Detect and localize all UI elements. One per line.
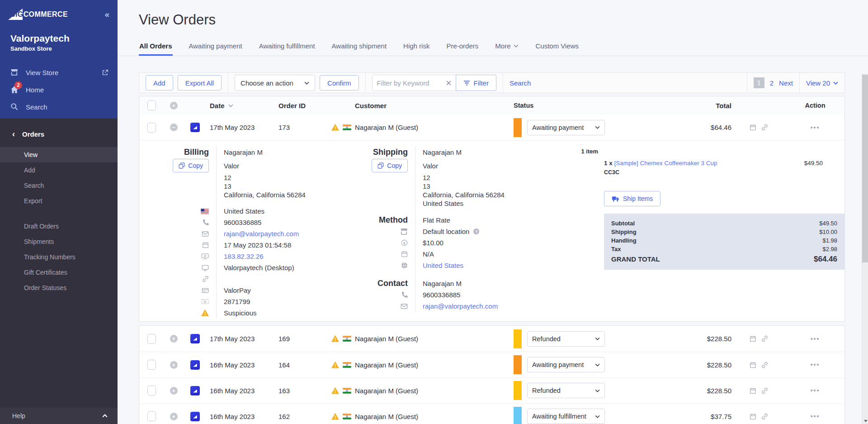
add-order-button[interactable]: Add (146, 75, 173, 91)
status-select[interactable]: Awaiting payment (527, 120, 605, 135)
sidebar-item-search[interactable]: Search (10, 98, 108, 115)
detail-value[interactable]: rajan@valorpaytech.com (224, 230, 299, 238)
select-all-checkbox[interactable] (147, 100, 156, 110)
chevron-down-icon (595, 126, 600, 129)
tab-awaiting-fulfillment[interactable]: Awaiting fulfillment (259, 38, 316, 56)
chain-icon[interactable] (761, 362, 768, 368)
status-select[interactable]: Awaiting payment (527, 357, 605, 372)
tab-label: More (495, 42, 510, 50)
view-count-select[interactable]: View 20 (806, 79, 838, 87)
detail-value[interactable]: 183.82.32.26 (224, 252, 264, 260)
expand-row-icon[interactable] (170, 361, 178, 369)
tab-pre-orders[interactable]: Pre-orders (446, 38, 479, 56)
confirm-button[interactable]: Confirm (320, 75, 359, 91)
orders-section-header[interactable]: ‹ Orders (0, 129, 118, 139)
billing-copy-button[interactable]: Copy (173, 159, 209, 172)
sidebar-item-add[interactable]: Add (0, 162, 118, 178)
order-total: $64.46 (682, 124, 731, 131)
storefront-icon (400, 228, 408, 235)
scrollbar-down-arrow[interactable] (864, 420, 868, 422)
more-actions-button[interactable]: ••• (811, 361, 820, 368)
brand-row: BIGCOMMERCE « (8, 8, 108, 20)
sidebar-item-gift-certificates[interactable]: Gift Certificates (0, 265, 118, 280)
more-actions-button[interactable]: ••• (811, 387, 820, 394)
chain-icon[interactable] (761, 413, 768, 420)
sidebar-item-export[interactable]: Export (0, 193, 118, 209)
copy-icon (377, 162, 384, 169)
row-checkbox[interactable] (147, 123, 156, 133)
sidebar-collapse-icon[interactable]: « (104, 10, 108, 19)
calendar-icon[interactable] (750, 335, 756, 342)
expand-row-icon[interactable] (170, 335, 178, 343)
vertical-scrollbar[interactable] (862, 74, 868, 424)
bulk-action-select[interactable]: Choose an action (235, 75, 315, 91)
search-link[interactable]: Search (509, 79, 531, 87)
expand-all-icon[interactable] (170, 102, 178, 110)
sidebar-item-order-statuses[interactable]: Order Statuses (0, 280, 118, 295)
sidebar-nav: View Store2HomeSearch (10, 64, 108, 115)
sidebar-item-home[interactable]: 2Home (10, 81, 108, 98)
tab-awaiting-payment[interactable]: Awaiting payment (189, 38, 243, 56)
status-select[interactable]: Refunded (527, 331, 605, 347)
scrollbar-thumb[interactable] (862, 75, 868, 262)
calendar-icon[interactable] (750, 413, 756, 420)
column-header-order-id: Order ID (269, 102, 317, 110)
chain-icon[interactable] (761, 124, 768, 131)
filter-button[interactable]: Filter (456, 75, 496, 91)
export-all-button[interactable]: Export All (178, 75, 222, 91)
tab-all-orders[interactable]: All Orders (139, 38, 173, 56)
tab-awaiting-shipment[interactable]: Awaiting shipment (331, 38, 387, 56)
expand-row-icon[interactable] (170, 413, 178, 420)
detail-value: 12 (423, 174, 430, 181)
row-checkbox[interactable] (147, 360, 156, 370)
detail-value: $10.00 (423, 239, 443, 247)
page-title: View Orders (139, 12, 868, 28)
row-checkbox[interactable] (147, 334, 156, 344)
calendar-icon[interactable] (750, 362, 756, 368)
item-sku: CC3C (604, 169, 844, 176)
sidebar-item-draft-orders[interactable]: Draft Orders (0, 219, 118, 234)
detail-value[interactable]: United States (423, 262, 463, 269)
shipping-copy-button[interactable]: Copy (372, 159, 408, 172)
pagination-next[interactable]: Next (779, 79, 793, 87)
calendar-icon[interactable] (750, 387, 756, 394)
column-header-date[interactable]: Date (206, 102, 269, 110)
row-checkbox[interactable] (147, 386, 156, 395)
more-actions-button[interactable]: ••• (811, 124, 820, 131)
more-actions-button[interactable]: ••• (811, 335, 820, 343)
sidebar-item-view[interactable]: View (0, 147, 118, 162)
total-label: Handling (611, 236, 637, 245)
sidebar-item-search[interactable]: Search (0, 178, 118, 193)
chain-icon[interactable] (761, 387, 768, 394)
more-actions-button[interactable]: ••• (811, 413, 820, 420)
tab-custom-views[interactable]: Custom Views (535, 38, 579, 56)
sidebar-item-shipments[interactable]: Shipments (0, 234, 118, 249)
keyword-filter-input[interactable] (377, 79, 446, 87)
customer-name: Nagarajan M (Guest) (355, 387, 418, 395)
help-button[interactable]: Help (0, 408, 118, 424)
clear-filter-icon[interactable] (446, 81, 451, 86)
external-link-icon[interactable] (102, 69, 108, 76)
sidebar-item-view-store[interactable]: View Store (10, 64, 108, 81)
orders-table-rows: 17th May 2023169Nagarajan M (Guest)Refun… (139, 325, 845, 424)
phone-icon (401, 291, 408, 298)
status-color-bar (514, 407, 522, 424)
status-select[interactable]: Awaiting fulfillment (527, 409, 605, 424)
calendar-icon[interactable] (750, 124, 756, 131)
tab-high-risk[interactable]: High risk (403, 38, 430, 56)
chain-icon[interactable] (761, 335, 768, 342)
collapse-row-icon[interactable] (170, 124, 178, 131)
detail-value: California, California 56284 (224, 191, 306, 199)
pagination-page-2[interactable]: 2 (770, 79, 774, 87)
expand-row-icon[interactable] (170, 387, 178, 395)
status-select[interactable]: Refunded (527, 383, 605, 398)
detail-value[interactable]: rajan@valorpaytech.com (423, 302, 498, 310)
order-id: 169 (269, 335, 317, 343)
warning-icon (331, 124, 339, 131)
item-product-link[interactable]: [Sample] Chemex Coffeemaker 3 Cup (614, 160, 717, 167)
question-icon[interactable]: ? (473, 228, 480, 235)
ship-items-button[interactable]: Ship Items (604, 191, 660, 206)
tab-more[interactable]: More (495, 38, 519, 56)
sidebar-item-tracking-numbers[interactable]: Tracking Numbers (0, 249, 118, 265)
row-checkbox[interactable] (147, 411, 156, 421)
